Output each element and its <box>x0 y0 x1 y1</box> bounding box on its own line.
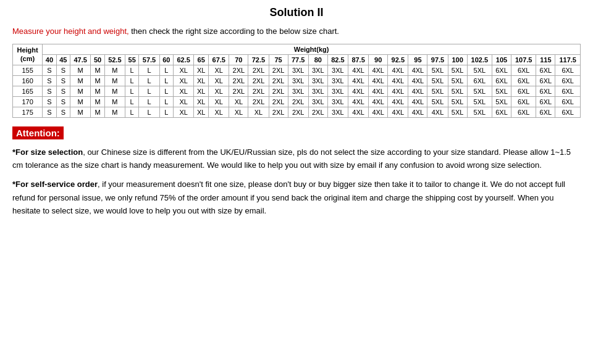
attention-para2: *For self-service order, if your measure… <box>12 178 581 217</box>
size-cell: 2XL <box>288 107 308 117</box>
size-cell: XL <box>174 65 194 75</box>
size-cell: 6XL <box>536 86 555 96</box>
weight-col-header: 50 <box>91 54 104 65</box>
size-cell: 5XL <box>467 96 492 107</box>
size-cell: 3XL <box>327 75 348 86</box>
size-cell: M <box>91 86 104 96</box>
size-cell: 3XL <box>308 96 327 107</box>
size-cell: 4XL <box>369 75 388 86</box>
weight-col-header: 107.5 <box>511 54 536 65</box>
size-cell: 5XL <box>467 86 492 96</box>
size-cell: 3XL <box>327 107 348 117</box>
size-cell: 4XL <box>348 107 369 117</box>
weight-col-header: 87.5 <box>348 54 369 65</box>
attention-label: Attention: <box>12 126 64 139</box>
size-cell: 2XL <box>229 75 248 86</box>
weight-col-header: 62.5 <box>174 54 194 65</box>
size-cell: XL <box>174 107 194 117</box>
size-cell: 2XL <box>269 96 288 107</box>
weight-col-header: 40 <box>43 54 56 65</box>
size-cell: 6XL <box>467 75 492 86</box>
size-cell: S <box>43 96 56 107</box>
weight-col-header: 60 <box>159 54 173 65</box>
size-cell: 6XL <box>536 107 555 117</box>
size-cell: 2XL <box>269 65 288 75</box>
size-cell: XL <box>194 96 209 107</box>
para1-rest: , our Chinese size is different from the… <box>12 147 571 170</box>
weight-col-header: 117.5 <box>555 54 581 65</box>
size-cell: 5XL <box>448 75 467 86</box>
weight-col-header: 45 <box>56 54 70 65</box>
size-cell: 4XL <box>369 65 388 75</box>
size-cell: M <box>70 75 91 86</box>
size-cell: L <box>159 65 173 75</box>
size-cell: M <box>104 86 125 96</box>
weight-cols-row: 404547.55052.55557.56062.56567.57072.575… <box>13 54 581 65</box>
size-cell: 6XL <box>555 75 581 86</box>
size-cell: XL <box>209 86 229 96</box>
size-cell: L <box>159 107 173 117</box>
size-cell: S <box>43 65 56 75</box>
size-cell: 4XL <box>348 96 369 107</box>
weight-col-header: 57.5 <box>139 54 159 65</box>
size-cell: M <box>104 96 125 107</box>
size-table-body: 155SSMMMLLLXLXLXL2XL2XL2XL3XL3XL3XL4XL4X… <box>13 65 581 117</box>
size-cell: M <box>104 107 125 117</box>
weight-col-header: 55 <box>125 54 138 65</box>
page-title: Solution II <box>12 6 581 19</box>
weight-col-header: 97.5 <box>427 54 448 65</box>
size-cell: L <box>139 75 159 86</box>
size-cell: L <box>125 107 138 117</box>
size-cell: L <box>139 107 159 117</box>
size-cell: 3XL <box>327 86 348 96</box>
weight-col-header: 100 <box>448 54 467 65</box>
weight-col-header: 70 <box>229 54 248 65</box>
size-cell: L <box>139 65 159 75</box>
subtitle-text: Measure your height and weight, then che… <box>12 25 581 38</box>
size-cell: 4XL <box>348 65 369 75</box>
size-cell: L <box>139 86 159 96</box>
size-cell: S <box>56 86 70 96</box>
size-cell: S <box>56 65 70 75</box>
size-cell: 4XL <box>408 107 427 117</box>
weight-col-header: 75 <box>269 54 288 65</box>
height-cell: 165 <box>13 86 43 96</box>
size-cell: M <box>104 75 125 86</box>
size-cell: 5XL <box>448 86 467 96</box>
size-cell: M <box>91 65 104 75</box>
subtitle-highlight: Measure your height and weight, <box>12 27 129 36</box>
size-cell: 4XL <box>408 65 427 75</box>
size-cell: XL <box>174 75 194 86</box>
size-cell: L <box>125 96 138 107</box>
size-cell: 4XL <box>408 86 427 96</box>
size-cell: M <box>70 107 91 117</box>
size-cell: 3XL <box>288 65 308 75</box>
size-cell: 2XL <box>229 86 248 96</box>
size-cell: 3XL <box>327 96 348 107</box>
size-cell: L <box>125 86 138 96</box>
size-cell: 6XL <box>536 65 555 75</box>
size-cell: 2XL <box>288 96 308 107</box>
size-cell: S <box>43 75 56 86</box>
size-cell: 4XL <box>388 96 408 107</box>
size-cell: XL <box>194 65 209 75</box>
attention-para1: *For size selection, our Chinese size is… <box>12 146 581 172</box>
size-cell: 6XL <box>492 107 511 117</box>
weight-col-header: 95 <box>408 54 427 65</box>
size-cell: 6XL <box>555 65 581 75</box>
size-cell: XL <box>209 107 229 117</box>
weight-col-header: 102.5 <box>467 54 492 65</box>
subtitle-rest: then check the right size according to t… <box>129 27 339 36</box>
size-cell: M <box>70 96 91 107</box>
size-cell: 4XL <box>427 107 448 117</box>
size-cell: 3XL <box>308 86 327 96</box>
table-row: 160SSMMMLLLXLXLXL2XL2XL2XL3XL3XL3XL4XL4X… <box>13 75 581 86</box>
size-cell: 4XL <box>388 75 408 86</box>
size-cell: XL <box>194 75 209 86</box>
size-cell: 6XL <box>511 65 536 75</box>
size-cell: 4XL <box>388 107 408 117</box>
weight-col-header: 52.5 <box>104 54 125 65</box>
size-cell: 5XL <box>427 86 448 96</box>
size-cell: L <box>125 65 138 75</box>
size-cell: 3XL <box>288 86 308 96</box>
